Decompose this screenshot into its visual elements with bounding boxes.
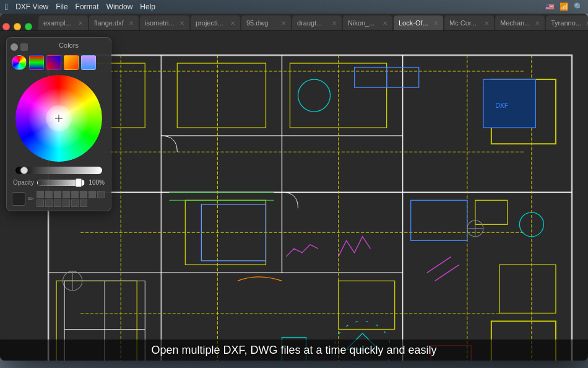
opacity-value: 100% [87,179,105,186]
window-menu[interactable]: Window [106,2,133,11]
tab-3[interactable]: projecti... ✕ [191,15,240,30]
color-type-selector [11,55,107,70]
system-menu-bar:  DXF View File Format Window Help 🇺🇸 📶 … [0,0,588,14]
sliders-tab[interactable] [29,55,44,70]
color-crosshair[interactable] [55,115,63,122]
tab-4[interactable]: 95.dwg ✕ [241,15,291,30]
mini-swatch-3[interactable] [63,191,70,198]
mini-swatch-0[interactable] [37,191,44,198]
spectrum-tab[interactable] [81,55,96,70]
tab-7[interactable]: Lock-Of... ✕ [394,15,443,30]
opacity-row: Opacity 100% [11,179,107,186]
mini-swatch-4[interactable] [71,191,79,198]
mini-swatch-11[interactable] [63,199,70,207]
bottom-text: Open multiple DXF, DWG files at a time q… [151,344,436,357]
panel-header: Colors [11,42,107,53]
wifi-icon: 📶 [560,2,569,11]
brightness-slider[interactable] [15,167,102,174]
tab-label-7: Lock-Of... [399,19,428,27]
mini-swatch-6[interactable] [89,191,96,198]
format-menu[interactable]: Format [76,2,99,11]
tab-close-0[interactable]: ✕ [78,20,83,27]
mini-swatch-2[interactable] [54,191,61,198]
tab-label-5: draugt... [297,19,322,27]
tab-5[interactable]: draugt... ✕ [292,15,342,30]
minimize-button[interactable] [14,23,21,30]
bottom-bar: Open multiple DXF, DWG files at a time q… [0,340,588,361]
tab-label-1: flange.dxf [94,19,124,27]
tab-close-6[interactable]: ✕ [383,20,387,27]
mini-swatch-8[interactable] [37,199,44,207]
tab-2[interactable]: isometri... ✕ [140,15,189,30]
mini-swatch-12[interactable] [71,199,79,207]
tab-close-9[interactable]: ✕ [535,20,540,27]
crayon-tab[interactable] [64,55,79,70]
panel-close-button[interactable] [11,43,18,51]
main-window: exampl... ✕ flange.dxf ✕ isometri... ✕ p… [0,14,588,361]
color-wheel-container[interactable] [15,75,102,162]
maximize-button[interactable] [25,23,32,30]
color-swatches-bottom: ✏ [11,191,107,207]
tab-9[interactable]: Mechan... ✕ [495,15,545,30]
app-name-menu[interactable]: DXF View [15,2,48,11]
tab-close-4[interactable]: ✕ [281,20,286,27]
mini-swatch-5[interactable] [80,191,87,198]
flag-icon: 🇺🇸 [545,2,555,11]
tab-close-2[interactable]: ✕ [179,20,184,27]
svg-rect-40 [483,79,536,128]
tab-label-0: exampl... [43,19,71,27]
tab-label-6: Nikon_... [348,19,374,27]
svg-text:DXF: DXF [495,102,508,109]
colors-panel-title: Colors [30,42,107,49]
tab-close-5[interactable]: ✕ [332,20,337,27]
tab-close-8[interactable]: ✕ [484,20,489,27]
apple-menu[interactable]:  [5,2,8,12]
opacity-slider[interactable] [37,180,85,186]
mini-swatch-10[interactable] [54,199,61,207]
tab-label-3: projecti... [196,19,223,27]
drawing-area[interactable]: DXF [0,31,588,361]
tab-bar: exampl... ✕ flange.dxf ✕ isometri... ✕ p… [0,14,588,31]
color-wheel-tab[interactable] [12,55,27,70]
tab-close-7[interactable]: ✕ [433,20,438,27]
tab-label-9: Mechan... [500,19,530,27]
close-button[interactable] [2,23,10,30]
tab-close-10[interactable]: ✕ [586,20,588,27]
color-wheel[interactable] [15,75,102,162]
mini-swatch-13[interactable] [80,199,87,207]
color-preview[interactable] [12,192,25,206]
tab-close-3[interactable]: ✕ [230,20,235,27]
search-icon[interactable]: 🔍 [574,2,583,11]
system-menu-left:  DXF View File Format Window Help [5,2,155,12]
colors-panel: Colors Opa [6,37,111,211]
eyedropper-icon[interactable]: ✏ [28,195,34,203]
tab-0[interactable]: exampl... ✕ [38,15,88,30]
tab-1[interactable]: flange.dxf ✕ [89,15,139,30]
tab-10[interactable]: Tyranno... ✕ [546,15,588,30]
tab-6[interactable]: Nikon_... ✕ [343,15,392,30]
opacity-thumb[interactable] [76,178,82,187]
mini-swatches [37,191,105,207]
panel-minimize-button[interactable] [20,43,28,51]
color-palette-tab[interactable] [46,55,61,70]
brightness-thumb[interactable] [20,167,28,174]
file-menu[interactable]: File [56,2,67,11]
tab-8[interactable]: Mc Cor... ✕ [444,15,494,30]
tab-label-10: Tyranno... [551,19,581,27]
system-menu-right: 🇺🇸 📶 🔍 [545,2,583,11]
tab-close-1[interactable]: ✕ [129,20,134,27]
mini-swatch-1[interactable] [45,191,53,198]
tab-label-8: Mc Cor... [449,19,477,27]
tab-label-4: 95.dwg [246,19,268,27]
mini-swatch-9[interactable] [45,199,53,207]
opacity-label: Opacity [13,179,35,186]
traffic-lights [2,23,32,30]
help-menu[interactable]: Help [140,2,155,11]
tab-label-2: isometri... [145,19,175,27]
mini-swatch-7[interactable] [97,191,105,198]
